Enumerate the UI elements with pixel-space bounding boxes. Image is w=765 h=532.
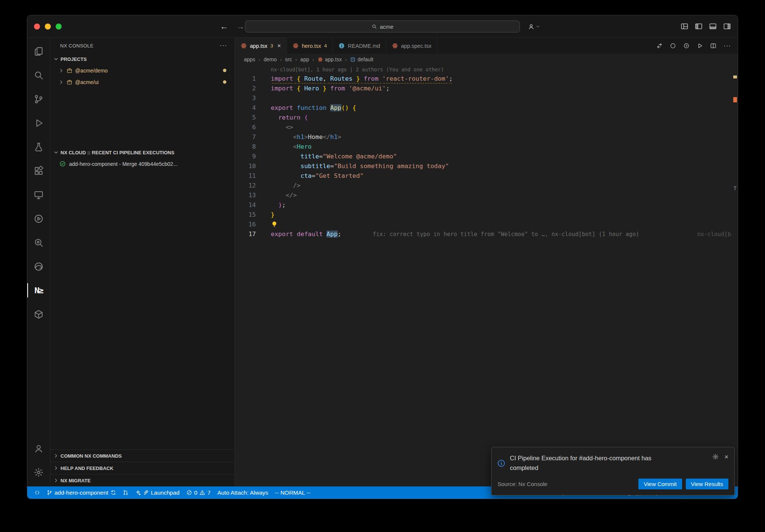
code-line-1[interactable]: 1import { Route, Routes } from 'react-ro… xyxy=(235,74,738,84)
search-icon xyxy=(372,24,377,29)
tab-problems-badge: 3 xyxy=(270,43,273,49)
project-item[interactable]: @acme/demo xyxy=(50,65,235,76)
section-nx-migrate[interactable]: NX MIGRATE xyxy=(50,474,235,486)
layout-panel-icon[interactable] xyxy=(709,22,717,30)
layout-sidebar-left-icon[interactable] xyxy=(695,22,703,30)
activity-item-accounts[interactable] xyxy=(27,436,50,460)
profile-menu[interactable] xyxy=(528,23,540,30)
tab-app.tsx[interactable]: app.tsx3× xyxy=(235,38,287,54)
status-item-problems[interactable]: 07 xyxy=(183,489,214,496)
breadcrumb-item-demo[interactable]: demo xyxy=(264,56,277,62)
codelens-blame[interactable]: nx-cloud[bot], 1 hour ago | 2 authors (Y… xyxy=(235,65,738,74)
status-item-auto-attach[interactable]: Auto Attach: Always xyxy=(214,489,272,496)
section-common-nx-commands[interactable]: COMMON NX COMMANDS xyxy=(50,449,235,462)
lightbulb-icon[interactable] xyxy=(271,221,278,228)
breadcrumb-label: demo xyxy=(264,56,277,62)
activity-item-run-circle[interactable] xyxy=(27,207,50,231)
tab-README.md[interactable]: README.md xyxy=(333,38,386,54)
code-editor[interactable]: nx-cloud[bot], 1 hour ago | 2 authors (Y… xyxy=(235,65,738,486)
title-bar: ← → acme xyxy=(27,15,738,38)
code-line-17[interactable]: 17export default App;fix: correct typo i… xyxy=(235,229,738,239)
code-line-13[interactable]: 13 </> xyxy=(235,191,738,200)
code-line-2[interactable]: 2import { Hero } from '@acme/ui'; xyxy=(235,84,738,93)
section-projects[interactable]: PROJECTS xyxy=(50,53,235,65)
forward-button[interactable]: → xyxy=(236,22,245,31)
breadcrumb-item-apps[interactable]: apps xyxy=(244,56,255,62)
activity-item-remote-explorer[interactable] xyxy=(27,183,50,207)
sidebar-more-actions[interactable]: ··· xyxy=(220,42,227,49)
activity-item-settings[interactable] xyxy=(27,460,50,484)
activity-item-inspect[interactable] xyxy=(27,231,50,254)
code-line-8[interactable]: 8 <Hero xyxy=(235,142,738,152)
ruler-mark xyxy=(733,97,737,102)
more-actions-icon[interactable]: ··· xyxy=(724,42,731,50)
layout-sidebar-right-icon[interactable] xyxy=(723,22,731,30)
play-circle-icon xyxy=(34,214,44,224)
code-line-5[interactable]: 5 return ( xyxy=(235,113,738,123)
breadcrumb-item-src[interactable]: src xyxy=(285,56,292,62)
code-line-16[interactable]: 16 xyxy=(235,220,738,229)
split-editor-icon[interactable] xyxy=(710,43,716,49)
section-label: HELP AND FEEDBACK xyxy=(61,466,114,471)
status-item-branch[interactable]: add-hero-component xyxy=(43,489,120,496)
line-number: 15 xyxy=(235,210,256,220)
overview-ruler[interactable]: T xyxy=(733,65,738,486)
zoom-window-button[interactable] xyxy=(56,24,62,30)
section-help-and-feedback[interactable]: HELP AND FEEDBACK xyxy=(50,462,235,474)
activity-item-extensions[interactable] xyxy=(27,159,50,183)
status-item-launchpad[interactable]: Launchpad xyxy=(132,489,183,496)
breadcrumb-item-default[interactable]: default xyxy=(350,56,373,62)
line-number: 8 xyxy=(235,142,256,152)
status-item-remote[interactable] xyxy=(31,490,43,495)
record-icon[interactable] xyxy=(670,43,676,49)
status-item-vim-mode[interactable]: -- NORMAL -- xyxy=(272,489,314,496)
run-file-icon[interactable] xyxy=(697,43,703,49)
tab-app.spec.tsx[interactable]: app.spec.tsx xyxy=(386,38,437,54)
status-item-pull-request[interactable] xyxy=(120,490,132,495)
close-window-button[interactable] xyxy=(34,24,40,30)
breadcrumb-item-app.tsx[interactable]: app.tsx xyxy=(318,56,342,62)
chevron-right-icon xyxy=(53,453,59,458)
activity-item-nx-console[interactable]: N≥ xyxy=(27,278,50,302)
minimize-window-button[interactable] xyxy=(45,24,51,30)
view-results-button[interactable]: View Results xyxy=(686,479,728,489)
notification-settings-gear-icon[interactable] xyxy=(712,454,719,460)
view-commit-button[interactable]: View Commit xyxy=(638,479,682,489)
history-navigation: ← → xyxy=(220,22,245,31)
tab-hero.tsx[interactable]: hero.tsx4 xyxy=(287,38,333,54)
code-line-3[interactable]: 3 xyxy=(235,93,738,103)
activity-item-testing[interactable] xyxy=(27,135,50,159)
command-center[interactable]: acme xyxy=(245,21,520,33)
activity-item-search[interactable] xyxy=(27,63,50,87)
code-line-4[interactable]: 4export function App() { xyxy=(235,103,738,113)
notification-close-icon[interactable]: × xyxy=(724,454,728,460)
code-line-14[interactable]: 14 ); xyxy=(235,200,738,210)
back-button[interactable]: ← xyxy=(220,22,228,31)
layout-grid-icon[interactable] xyxy=(681,22,688,30)
breadcrumb-item-app[interactable]: app xyxy=(300,56,309,62)
tab-close-icon[interactable]: × xyxy=(277,42,281,50)
activity-item-containers[interactable] xyxy=(27,302,50,326)
run-to-cursor-icon[interactable] xyxy=(683,43,690,49)
section-nx-cloud[interactable]: NX CLOUD :: RECENT CI PIPELINE EXECUTION… xyxy=(50,147,235,158)
git-branch-icon xyxy=(47,490,52,495)
activity-item-explorer[interactable] xyxy=(27,39,50,63)
profile-icon xyxy=(528,23,535,30)
project-item[interactable]: @acme/ui xyxy=(50,76,235,88)
code-line-11[interactable]: 11 cta="Get Started" xyxy=(235,171,738,181)
code-line-7[interactable]: 7 <h1>Home</h1> xyxy=(235,132,738,142)
breadcrumb-label: src xyxy=(285,56,292,62)
chevron-right-icon xyxy=(53,466,59,471)
code-line-6[interactable]: 6 <> xyxy=(235,123,738,132)
project-name: @acme/ui xyxy=(75,79,99,85)
code-line-10[interactable]: 10 subtitle="Build something amazing tod… xyxy=(235,161,738,171)
activity-item-edge-tools[interactable] xyxy=(27,254,50,278)
pipeline-execution-item[interactable]: add-hero-component - Merge 409b44e5cb02.… xyxy=(50,158,235,170)
activity-item-source-control[interactable] xyxy=(27,87,50,111)
compare-changes-icon[interactable] xyxy=(656,43,663,49)
code-line-15[interactable]: 15} xyxy=(235,210,738,220)
code-line-12[interactable]: 12 /> xyxy=(235,181,738,191)
activity-item-run-and-debug[interactable] xyxy=(27,111,50,135)
tab-label: hero.tsx xyxy=(302,43,321,49)
code-line-9[interactable]: 9 title="Welcome @acme/demo" xyxy=(235,152,738,161)
